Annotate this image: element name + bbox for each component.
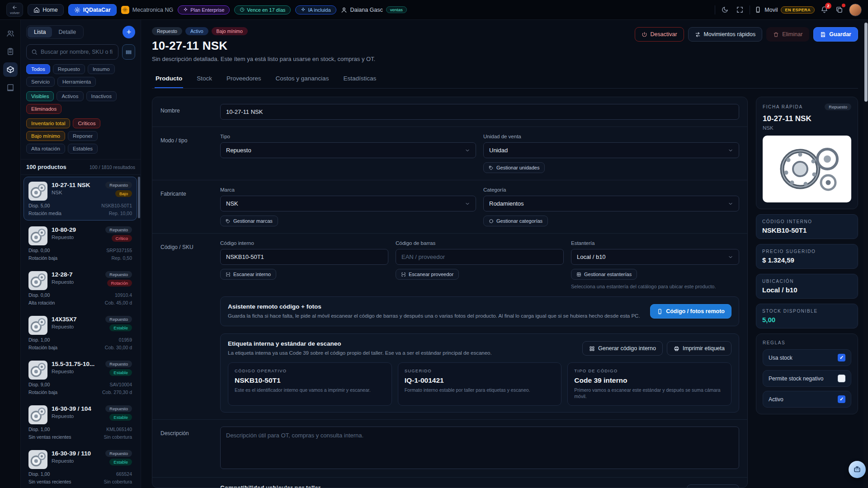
filter-chip[interactable]: Estables (68, 144, 98, 154)
filter-chip[interactable]: Repuesto (53, 64, 85, 74)
nombre-input[interactable] (220, 104, 739, 120)
item-meta-row: Rotación baja Rep. 0,50 (28, 255, 132, 261)
detail-tabs: Producto Stock Proveedores Costos y gana… (152, 70, 858, 89)
filter-chip[interactable]: Reponer (68, 131, 98, 141)
company-switcher[interactable]: Mecatronica NG (121, 6, 173, 14)
filter-chip[interactable]: Inventario total (26, 118, 70, 128)
separator (715, 5, 715, 14)
generar-codigo-button[interactable]: Generar código interno (582, 341, 663, 356)
codigo-fotos-remoto-button[interactable]: Código / fotos remoto (650, 304, 731, 319)
mobile-status-badge: EN ESPERA (781, 6, 815, 14)
list-item[interactable]: 15.5-31.75-10... Repuesto Repuesto Estab… (24, 356, 137, 399)
quick-moves-button[interactable]: Movimientos rápidos (688, 27, 763, 42)
current-user[interactable]: Daiana Gasc ventas (341, 6, 407, 13)
rotation-value: Rotación media (28, 211, 61, 216)
disp-value: Disp. 0,00 (28, 248, 50, 253)
list-item[interactable]: 10-27-11 NSK NSK Repuesto Bajo Disp. 5,0… (24, 177, 137, 221)
bearings-photo (769, 141, 845, 197)
list-scrollbar[interactable] (138, 177, 140, 218)
filter-chip[interactable]: Servicio (26, 77, 55, 87)
filter-chip[interactable]: Inactivos (86, 91, 117, 101)
inbox-button[interactable] (834, 5, 844, 15)
rail-item-orders[interactable] (3, 44, 18, 59)
descripcion-textarea[interactable] (220, 427, 739, 469)
search-input[interactable] (41, 49, 113, 55)
gestionar-unidades-button[interactable]: Gestionar unidades (483, 162, 545, 173)
product-thumbnail (28, 226, 47, 245)
disp-value: Disp. 1,00 (28, 337, 50, 343)
theme-toggle-button[interactable] (720, 5, 730, 15)
codigo-barras-input[interactable] (396, 249, 564, 265)
brand-button[interactable]: IQDataCar (68, 4, 117, 16)
product-thumbnail (28, 361, 47, 380)
detail-tab[interactable]: Producto (155, 70, 183, 88)
filter-chip[interactable]: Visibles (26, 91, 54, 101)
tipo-select[interactable]: Repuesto (220, 142, 476, 158)
chevron-down-icon (728, 148, 733, 153)
filter-chip[interactable]: Bajo mínimo (26, 131, 65, 141)
item-meta-row: Rotación baja Cob. 270,30 d (28, 389, 132, 395)
item-badges: Repuesto Bajo (105, 182, 132, 201)
deactivate-button[interactable]: Desactivar (635, 27, 684, 42)
ficha-product-image (763, 136, 851, 202)
filter-chip[interactable]: Críticos (73, 118, 100, 128)
avatar[interactable] (849, 4, 862, 16)
detail-tab[interactable]: Costos y ganancias (275, 70, 330, 88)
back-button[interactable]: volver (6, 3, 23, 17)
filter-chip[interactable]: Insumo (88, 64, 115, 74)
add-product-button[interactable]: + (123, 26, 135, 38)
rule-checkbox[interactable] (838, 395, 845, 403)
categoria-select[interactable]: Rodamientos (483, 196, 739, 211)
inbox-alert-dot (842, 4, 845, 7)
notifications-button[interactable]: 2 (819, 5, 830, 15)
scan-icon (226, 272, 231, 277)
filter-chip[interactable]: Eliminados (26, 104, 61, 114)
abrir-detalle-compat-button[interactable]: Abrir detalle (687, 484, 739, 488)
gestionar-estanterias-button[interactable]: Gestionar estanterías (571, 269, 637, 280)
row-label: Nombre (160, 104, 220, 120)
filter-chip[interactable]: Herramienta (57, 77, 96, 87)
filter-chip[interactable]: Alta rotación (26, 144, 65, 154)
list-item[interactable]: 16-30-39 / 104 Repuesto Repuesto Estable… (24, 400, 137, 444)
row-label: Descripción (160, 427, 220, 470)
marca-select[interactable]: NSK (220, 196, 476, 211)
imprimir-etiqueta-button[interactable]: Imprimir etiqueta (667, 341, 731, 356)
view-tab[interactable]: Lista (28, 27, 52, 38)
view-tab[interactable]: Detalle (52, 27, 82, 38)
rule-checkbox[interactable] (838, 354, 845, 361)
window-scrollbar[interactable] (863, 20, 868, 488)
detail-tab[interactable]: Proveedores (226, 70, 262, 88)
rail-item-docs[interactable] (3, 80, 18, 95)
home-icon (33, 7, 40, 13)
escanear-interno-button[interactable]: Escanear interno (220, 269, 276, 280)
unidad-select[interactable]: Unidad (483, 142, 739, 158)
code-card: CÓDIGO OPERATIVO NSKB10-50T1 Este es el … (228, 362, 392, 405)
rotation-value: Rotación baja (28, 389, 57, 395)
list-item[interactable]: 12-28-7 Repuesto Repuesto Rotación Disp.… (24, 266, 137, 310)
scrollbar-thumb[interactable] (864, 23, 868, 102)
gestionar-categorias-button[interactable]: Gestionar categorías (483, 216, 548, 226)
scan-button[interactable] (122, 44, 135, 60)
assistant-robot-button[interactable] (849, 461, 866, 478)
list-item[interactable]: 14X35X7 Repuesto Repuesto Estable Disp. … (24, 311, 137, 355)
save-button[interactable]: Guardar (813, 27, 858, 42)
delete-button[interactable]: Eliminar (766, 27, 809, 42)
list-item[interactable]: 10-80-29 Repuesto Repuesto Crítico Disp.… (24, 221, 137, 265)
codigo-interno-input[interactable] (220, 249, 388, 265)
home-button[interactable]: Home (28, 4, 63, 16)
escanear-proveedor-button[interactable]: Escanear proveedor (396, 269, 459, 280)
gestionar-marcas-button[interactable]: Gestionar marcas (220, 216, 278, 226)
rail-item-products[interactable] (3, 62, 18, 77)
row-label: Compatibilidades (160, 484, 220, 488)
mobile-status[interactable]: Movil EN ESPERA (755, 6, 815, 14)
estanteria-help-text: Selecciona una estantería del catálogo p… (571, 284, 739, 289)
estanteria-select[interactable]: Local / b10 (571, 249, 739, 265)
fullscreen-button[interactable] (735, 5, 745, 15)
filter-chip[interactable]: Activos (57, 91, 83, 101)
rail-item-users[interactable] (3, 26, 18, 41)
detail-tab[interactable]: Stock (196, 70, 213, 88)
detail-tab[interactable]: Estadísticas (342, 70, 377, 88)
list-item[interactable]: 16-30-39 / 110 Repuesto Repuesto Estable… (24, 445, 137, 488)
rule-checkbox[interactable] (838, 375, 845, 382)
filter-chip[interactable]: Todos (26, 64, 50, 74)
